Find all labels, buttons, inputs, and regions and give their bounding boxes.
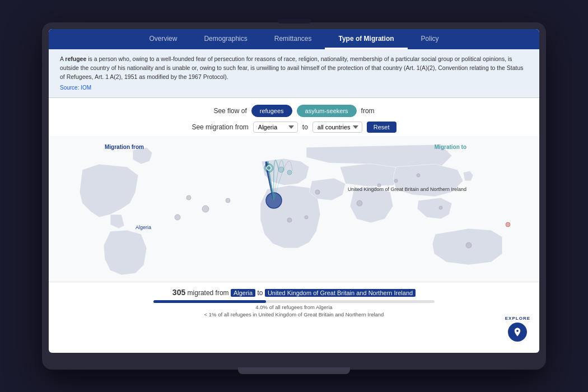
source-line: Source: IOM [60,83,528,92]
refugee-word: refugee [65,55,86,62]
stats-from-country: Algeria [231,289,255,297]
info-box: A refugee is a person who, owing to a we… [49,49,539,98]
svg-point-12 [175,214,180,220]
to-label: to [302,123,308,131]
laptop-notch [277,19,311,24]
progress-bar-fill-1 [153,300,266,303]
svg-point-18 [506,222,510,227]
stat1-text: 4.0% of all refugees from Algeria [153,304,435,310]
svg-point-5 [315,190,320,194]
reset-button[interactable]: Reset [367,122,396,133]
laptop-screen: Overview Demographics Remittances Type o… [49,29,539,353]
tab-remittances[interactable]: Remittances [261,29,325,49]
nav-bar: Overview Demographics Remittances Type o… [49,29,539,49]
explore-circle-button[interactable] [508,323,527,342]
map-label-from: Migration from [105,144,144,150]
svg-point-20 [267,166,271,170]
laptop-base [238,367,350,374]
explore-label: EXPLORE [505,316,530,321]
tab-overview[interactable]: Overview [136,29,190,49]
svg-point-14 [287,218,292,222]
svg-point-7 [417,174,420,177]
map-label-to: Migration to [435,144,466,150]
map-country-to: United Kingdom of Great Britain and Nort… [348,186,466,192]
svg-point-11 [186,195,191,200]
map-area: Migration from Migration to Algeria Unit… [49,136,539,282]
explore-button-container[interactable]: EXPLORE [505,316,530,342]
controls-area: See flow of refugees asylum-seekers from… [49,98,539,136]
stats-area: 305 migrated from Algeria to United King… [49,282,539,325]
asylum-seekers-button[interactable]: asylum-seekers [297,105,357,117]
migration-number: 305 [172,288,185,297]
migration-controls: See migration from Algeria to all countr… [60,122,528,133]
svg-point-6 [357,200,362,206]
laptop-frame: Overview Demographics Remittances Type o… [42,22,546,370]
tab-type-of-migration[interactable]: Type of Migration [325,29,407,49]
svg-point-2 [278,167,284,172]
flow-controls: See flow of refugees asylum-seekers from [60,105,528,117]
from-label: from [361,107,375,115]
stat2-text: < 1% of all refugees in United Kingdom o… [153,311,435,318]
see-flow-label: See flow of [213,107,246,115]
iom-link[interactable]: IOM [81,85,91,91]
map-country-from: Algeria [136,225,151,230]
stats-main-text: 305 migrated from Algeria to United King… [60,288,528,297]
explore-icon [512,327,522,337]
tab-policy[interactable]: Policy [408,29,452,49]
refugees-button[interactable]: refugees [251,105,292,117]
svg-point-3 [287,170,292,175]
svg-point-13 [305,216,308,219]
svg-point-16 [394,179,398,183]
see-migration-label: See migration from [192,123,248,131]
svg-point-17 [466,242,472,248]
svg-point-8 [439,206,442,209]
tab-demographics[interactable]: Demographics [190,29,260,49]
world-map-svg [49,136,539,282]
info-text: A refugee is a person who, owing to a we… [60,55,528,81]
svg-point-10 [202,206,209,212]
migration-to-select[interactable]: all countries [312,122,362,133]
svg-point-9 [226,198,230,203]
progress-bars: 4.0% of all refugees from Algeria < 1% o… [153,300,435,318]
progress-bar-bg-1 [153,300,435,303]
migration-from-select[interactable]: Algeria [253,122,298,133]
stats-to-country: United Kingdom of Great Britain and Nort… [265,289,416,297]
